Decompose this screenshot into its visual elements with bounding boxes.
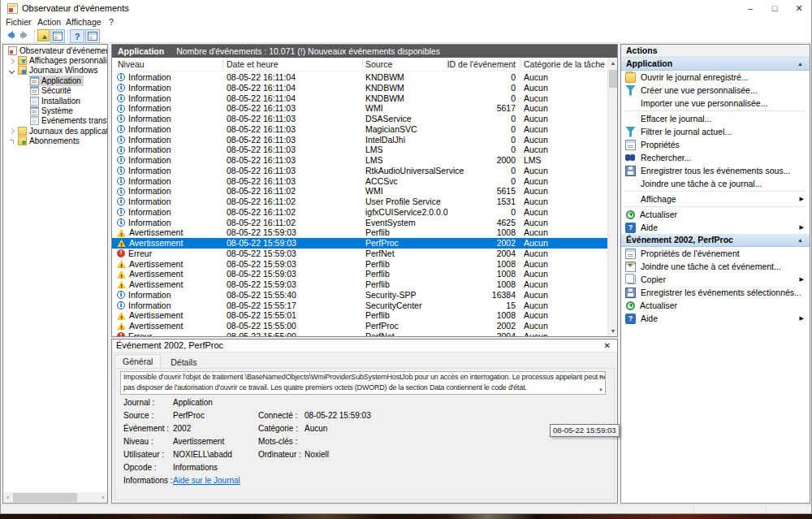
expander-icon[interactable]	[6, 126, 17, 136]
tree-item[interactable]: Système	[3, 106, 107, 115]
event-row[interactable]: Information 08-05-22 16:11:03 IntelDalJh…	[112, 135, 607, 145]
tree-item[interactable]: Application	[3, 76, 107, 85]
scrollbar-thumb[interactable]	[609, 70, 617, 88]
event-row[interactable]: Information 08-05-22 16:11:02 User Profi…	[112, 197, 607, 207]
section-header-event[interactable]: Événement 2002, PerfProc ▲	[621, 234, 810, 247]
event-row[interactable]: Avertissement 08-05-22 15:59:03 PerfProc…	[112, 238, 607, 249]
action-item[interactable]: Importer une vue personnalisée... ▶	[621, 97, 810, 110]
action-item[interactable]: Joindre une tâche à ce journal... ▶	[621, 177, 810, 190]
event-row[interactable]: Information 08-05-22 16:11:04 KNDBWM 0 A…	[112, 83, 607, 93]
event-row[interactable]: Information 08-05-22 15:55:17 SecurityCe…	[112, 301, 607, 311]
help-icon[interactable]: ?	[70, 29, 84, 43]
help-link[interactable]: Aide sur le Journal	[173, 476, 240, 485]
scroll-down-icon[interactable]: ▼	[608, 326, 618, 336]
action-item[interactable]: Effacer le journal... ▶	[621, 112, 810, 125]
collapse-icon[interactable]: ▲	[797, 234, 803, 246]
column-header-event-id[interactable]: ID de l'événement	[447, 59, 516, 69]
title-bar: Observateur d'événements – □ ✕	[1, 0, 811, 17]
tree-item[interactable]: Événements transférés	[3, 116, 107, 126]
menu-file[interactable]: Fichier	[6, 17, 32, 27]
action-item[interactable]: Propriétés ▶	[621, 138, 810, 151]
tree-item[interactable]: Abonnements	[3, 136, 107, 146]
menu-view[interactable]: Affichage	[66, 17, 102, 27]
action-item[interactable]: Propriétés de l'événement ▶	[621, 247, 810, 260]
event-row[interactable]: Information 08-05-22 15:55:40 Security-S…	[112, 290, 607, 301]
scroll-left-icon[interactable]: ‹	[3, 492, 12, 503]
tree-horizontal-scrollbar[interactable]: ‹ ›	[3, 492, 107, 503]
event-row[interactable]: Erreur 08-05-22 15:59:03 PerfNet 2004 Au…	[112, 249, 607, 259]
event-row[interactable]: Information 08-05-22 16:11:03 ACCSvc 0 A…	[112, 176, 607, 187]
event-row[interactable]: Information 08-05-22 16:11:03 MagicianSV…	[112, 124, 607, 135]
expander-icon[interactable]	[6, 66, 17, 76]
column-header-source[interactable]: Source	[365, 59, 392, 69]
event-row[interactable]: Avertissement 08-05-22 15:55:01 Perflib …	[112, 310, 607, 321]
event-list-scrollbar[interactable]: ▲ ▼	[607, 58, 617, 336]
section-header-application[interactable]: Application ▲	[621, 58, 810, 71]
action-item[interactable]: Enregistrer les événements sélectionnés.…	[621, 286, 810, 299]
event-row[interactable]: Information 08-05-22 16:11:03 LMS 0 Aucu…	[112, 145, 607, 155]
minimize-button[interactable]: –	[738, 0, 762, 17]
scroll-up-icon[interactable]: ▲	[608, 58, 618, 68]
action-item[interactable]: Rechercher... ▶	[621, 151, 810, 164]
event-row[interactable]: Avertissement 08-05-22 15:59:03 Perflib …	[112, 269, 607, 279]
tree-item[interactable]: Sécurité	[3, 86, 107, 96]
error-icon	[117, 249, 125, 257]
event-row[interactable]: Information 08-05-22 16:11:03 DSAService…	[112, 114, 607, 124]
column-header-level[interactable]: Niveau	[118, 59, 145, 69]
action-item[interactable]: Créer une vue personnalisée... ▶	[621, 84, 810, 97]
event-row[interactable]: Avertissement 08-05-22 15:59:03 Perflib …	[112, 279, 607, 290]
tree-item[interactable]: Observateur d'événements (Loc	[3, 45, 107, 55]
tree-item[interactable]: Installation	[3, 96, 107, 106]
close-button[interactable]: ✕	[787, 0, 811, 17]
event-row[interactable]: Avertissement 08-05-22 15:59:03 Perflib …	[112, 227, 607, 238]
event-row[interactable]: Information 08-05-22 16:11:03 WMI 5617 A…	[112, 103, 607, 114]
expander-icon[interactable]	[6, 56, 17, 66]
tree-item[interactable]: Journaux des applications et	[3, 126, 107, 136]
action-item[interactable]: Aide ▶	[621, 221, 810, 234]
info-icon	[117, 177, 125, 185]
action-item[interactable]: Filtrer le journal actuel... ▶	[621, 125, 810, 138]
close-details-icon[interactable]: ✕	[604, 340, 611, 352]
action-item[interactable]: Affichage ▶	[621, 192, 810, 205]
action-item[interactable]: Ouvrir le journal enregistré... ▶	[621, 71, 810, 84]
event-row[interactable]: Information 08-05-22 16:11:04 KNDBWM 0 A…	[112, 72, 607, 83]
event-row[interactable]: Avertissement 08-05-22 15:55:00 PerfProc…	[112, 321, 607, 331]
event-row[interactable]: Erreur 08-05-22 15:55:00 PerfNet 2004 Au…	[112, 331, 607, 336]
scroll-right-icon[interactable]: ›	[98, 492, 107, 503]
action-item[interactable]: Actualiser ▶	[621, 299, 810, 312]
scroll-down-icon[interactable]: ▼	[598, 387, 603, 392]
maximize-button[interactable]: □	[762, 0, 787, 17]
console-tree-toggle-icon[interactable]	[50, 29, 65, 43]
export-icon[interactable]	[37, 29, 50, 41]
tree-item[interactable]: Affichages personnalisés	[3, 55, 107, 65]
action-item[interactable]: Joindre une tâche à cet événement... ▶	[621, 260, 810, 273]
event-row[interactable]: Information 08-05-22 16:11:02 EventSyste…	[112, 218, 607, 228]
tab-general[interactable]: Général	[114, 354, 161, 368]
action-item[interactable]: Copier ▶	[621, 273, 810, 286]
detail-field-row: Source : PerfProc Connecté : 08-05-22 15…	[115, 411, 614, 424]
tree-item[interactable]: Journaux Windows	[3, 66, 107, 76]
expander-icon[interactable]	[6, 136, 17, 146]
action-item[interactable]: Actualiser ▶	[621, 208, 810, 221]
back-icon[interactable]	[3, 29, 16, 41]
scrollbar-thumb[interactable]	[13, 493, 77, 502]
scroll-up-icon[interactable]: ▲	[598, 374, 603, 378]
event-row[interactable]: Avertissement 08-05-22 15:59:03 Perflib …	[112, 259, 607, 270]
menu-help[interactable]: ?	[109, 17, 114, 27]
event-row[interactable]: Information 08-05-22 16:11:03 LMS 2000 L…	[112, 155, 607, 166]
column-header-category[interactable]: Catégorie de la tâche	[524, 59, 605, 69]
action-pane-toggle-icon[interactable]	[85, 29, 100, 43]
properties-icon	[625, 249, 636, 259]
event-row[interactable]: Information 08-05-22 16:11:02 WMI 5615 A…	[112, 186, 607, 197]
action-item[interactable]: Aide ▶	[621, 312, 810, 325]
action-item[interactable]: Enregistrer tous les événements sous... …	[621, 164, 810, 177]
forward-icon[interactable]	[19, 29, 32, 41]
info-icon	[117, 301, 125, 309]
event-description-box[interactable]: Impossible d'ouvrir l'objet de traitemen…	[120, 371, 606, 395]
event-row[interactable]: Information 08-05-22 16:11:04 KNDBWM 0 A…	[112, 93, 607, 104]
collapse-icon[interactable]: ▲	[797, 58, 803, 70]
event-row[interactable]: Information 08-05-22 16:11:03 RtkAudioUn…	[112, 166, 607, 176]
menu-action[interactable]: Action	[37, 17, 61, 27]
event-row[interactable]: Information 08-05-22 16:11:02 igfxCUISer…	[112, 207, 607, 218]
column-header-date[interactable]: Date et heure	[227, 59, 279, 69]
